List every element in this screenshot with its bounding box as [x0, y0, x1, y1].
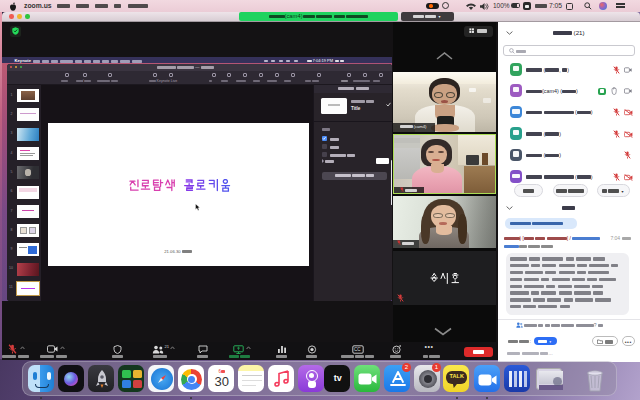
svg-text:CC: CC — [354, 347, 361, 352]
